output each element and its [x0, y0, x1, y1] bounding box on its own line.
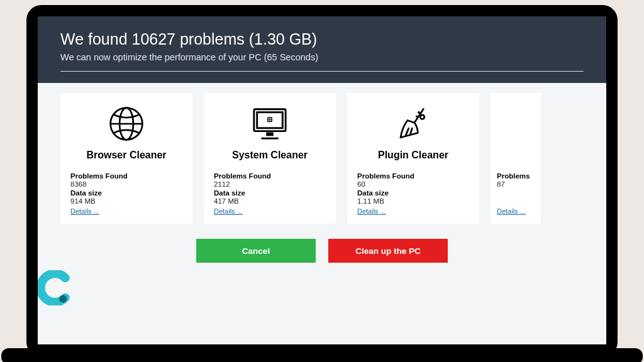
results-title: We found 10627 problems (1.30 GB)	[60, 30, 584, 48]
results-subtitle: We can now optimize the performance of y…	[60, 52, 584, 62]
card-title: Plugin Cleaner	[357, 150, 469, 161]
app-screen: We found 10627 problems (1.30 GB) We can…	[38, 16, 606, 344]
problems-found-value: 2112	[214, 180, 326, 188]
unknown-icon	[497, 102, 541, 146]
results-header: We found 10627 problems (1.30 GB) We can…	[38, 16, 606, 83]
card-system-cleaner: System Cleaner Problems Found 2112 Data …	[204, 93, 336, 224]
problems-found-value: 8368	[70, 180, 182, 188]
data-size-value: 914 MB	[70, 197, 182, 205]
clean-up-button[interactable]: Clean up the PC	[328, 239, 448, 263]
broom-icon	[357, 102, 469, 146]
problems-found-value: 60	[357, 180, 469, 188]
globe-icon	[70, 102, 182, 146]
details-link[interactable]: Details ...	[357, 207, 386, 215]
problems-found-label: Problems Found	[214, 172, 326, 180]
svg-rect-9	[270, 118, 271, 119]
laptop-frame: We found 10627 problems (1.30 GB) We can…	[26, 5, 618, 357]
svg-rect-8	[269, 118, 270, 119]
card-title	[497, 150, 541, 161]
monitor-icon	[214, 102, 326, 146]
action-bar: Cancel Clean up the PC	[38, 234, 606, 275]
problems-found-label: Problems Found	[70, 172, 182, 180]
svg-rect-7	[267, 117, 272, 122]
svg-point-18	[59, 295, 67, 302]
svg-rect-10	[269, 120, 270, 121]
card-title: Browser Cleaner	[70, 150, 182, 161]
data-size-label: Data size	[70, 189, 182, 197]
details-link[interactable]: Details ...	[214, 207, 243, 215]
card-next-partial: Problems 87 Details ...	[491, 93, 541, 224]
data-size-value: 1.11 MB	[357, 197, 469, 205]
problems-found-label: Problems	[497, 172, 541, 180]
svg-line-13	[406, 128, 409, 135]
data-size-label: Data size	[357, 189, 469, 197]
svg-point-17	[420, 115, 425, 119]
card-browser-cleaner: Browser Cleaner Problems Found 8368 Data…	[60, 93, 192, 224]
svg-rect-5	[266, 133, 274, 136]
problems-found-label: Problems Found	[357, 172, 469, 180]
svg-line-12	[414, 109, 424, 123]
data-size-value: 417 MB	[214, 197, 326, 205]
svg-rect-11	[270, 120, 271, 121]
laptop-base	[1, 348, 643, 362]
cleaner-cards-row: Browser Cleaner Problems Found 8368 Data…	[38, 83, 606, 234]
problems-found-value: 87	[497, 180, 541, 188]
svg-point-15	[418, 111, 420, 114]
data-size-label: Data size	[214, 189, 326, 197]
header-divider	[60, 71, 584, 72]
data-size-label	[497, 189, 541, 197]
data-size-value	[497, 197, 541, 205]
details-link[interactable]: Details ...	[70, 207, 99, 215]
card-plugin-cleaner: Plugin Cleaner Problems Found 60 Data si…	[347, 93, 479, 224]
card-title: System Cleaner	[214, 150, 326, 161]
svg-line-14	[410, 128, 412, 134]
details-link[interactable]: Details ...	[497, 207, 526, 215]
svg-point-16	[416, 116, 418, 118]
watermark-logo	[38, 270, 73, 305]
cancel-button[interactable]: Cancel	[196, 239, 316, 263]
